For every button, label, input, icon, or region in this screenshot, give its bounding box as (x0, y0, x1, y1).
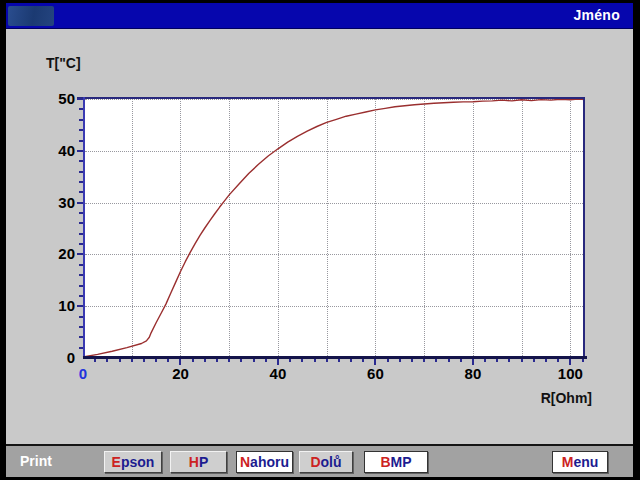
x-tick (557, 359, 559, 362)
y-tick (79, 191, 83, 193)
button-label: MP (391, 454, 412, 470)
y-tick (79, 233, 83, 235)
x-tick-label: 60 (367, 365, 384, 382)
x-tick (423, 359, 425, 362)
x-tick (301, 359, 303, 362)
x-tick (387, 359, 389, 362)
y-tick-label: 40 (35, 142, 75, 159)
plot-frame-right (583, 97, 585, 358)
y-tick-label: 30 (35, 194, 75, 211)
x-tick-label: 80 (465, 365, 482, 382)
x-tick (314, 359, 316, 362)
x-tick (289, 359, 291, 362)
x-tick-label: 40 (270, 365, 287, 382)
x-tick (508, 359, 510, 362)
button-hp[interactable]: HP (170, 451, 227, 473)
y-tick (79, 347, 83, 349)
button-label: enu (573, 454, 598, 470)
titlebar-name-label: Jméno (573, 7, 620, 23)
x-tick (338, 359, 340, 362)
plot-area: 01020304050020406080100 (83, 97, 585, 358)
y-axis-line (83, 97, 85, 358)
x-tick (399, 359, 401, 362)
y-tick (79, 326, 83, 328)
y-tick (79, 316, 83, 318)
y-tick (79, 212, 83, 214)
y-axis-title: T["C] (46, 55, 81, 71)
button-hotkey-letter: B (380, 454, 390, 470)
y-tick (79, 295, 83, 297)
button-menu[interactable]: Menu (552, 451, 608, 473)
x-tick (216, 359, 218, 362)
y-tick (79, 264, 83, 266)
y-tick (79, 222, 83, 224)
footer-bar: Print EpsonHPNahoruDolůBMPMenu (6, 446, 633, 477)
x-tick (448, 359, 450, 362)
y-tick (77, 150, 83, 152)
y-tick-label: 0 (35, 349, 75, 366)
y-tick (79, 285, 83, 287)
y-tick (79, 181, 83, 183)
y-tick-label: 50 (35, 90, 75, 107)
x-tick (204, 359, 206, 362)
button-label: P (199, 454, 208, 470)
x-tick (253, 359, 255, 362)
chart-panel: T["C] 01020304050020406080100 R[Ohm] (6, 29, 633, 444)
x-tick (411, 359, 413, 362)
x-tick-label: 0 (79, 365, 87, 382)
x-tick (533, 359, 535, 362)
button-nahoru[interactable]: Nahoru (236, 451, 293, 473)
title-bar: Jméno (6, 3, 633, 29)
button-label: ahoru (250, 454, 289, 470)
button-hotkey-letter: N (240, 454, 250, 470)
y-tick (79, 336, 83, 338)
x-tick (484, 359, 486, 362)
app-logo (8, 6, 54, 26)
button-hotkey-letter: E (112, 454, 121, 470)
y-tick (77, 98, 83, 100)
x-tick (435, 359, 437, 362)
button-label: olů (321, 454, 342, 470)
y-tick (79, 108, 83, 110)
button-hotkey-letter: M (562, 454, 574, 470)
x-tick (496, 359, 498, 362)
x-tick (545, 359, 547, 362)
y-tick (77, 202, 83, 204)
y-tick (79, 171, 83, 173)
button-bmp[interactable]: BMP (364, 451, 428, 473)
y-tick-label: 20 (35, 245, 75, 262)
x-tick (106, 359, 108, 362)
x-tick (326, 359, 328, 362)
y-tick (79, 274, 83, 276)
x-axis-title: R[Ohm] (486, 390, 592, 406)
y-tick (77, 305, 83, 307)
button-hotkey-letter: H (189, 454, 199, 470)
x-tick (131, 359, 133, 362)
y-tick (79, 129, 83, 131)
temperature-curve (83, 97, 585, 358)
x-tick-label: 20 (172, 365, 189, 382)
x-tick (143, 359, 145, 362)
x-tick (167, 359, 169, 362)
x-axis-line (83, 356, 587, 359)
x-tick (228, 359, 230, 362)
y-tick (79, 119, 83, 121)
button-label: pson (121, 454, 154, 470)
x-tick (521, 359, 523, 362)
y-tick (77, 253, 83, 255)
x-tick (240, 359, 242, 362)
button-epson[interactable]: Epson (104, 451, 162, 473)
x-tick (265, 359, 267, 362)
y-tick (79, 243, 83, 245)
print-label: Print (20, 453, 52, 469)
x-tick (362, 359, 364, 362)
plot-frame-top (77, 97, 585, 99)
x-tick (460, 359, 462, 362)
y-tick (79, 160, 83, 162)
x-tick (119, 359, 121, 362)
button-dolu[interactable]: Dolů (299, 451, 353, 473)
y-tick-label: 10 (35, 297, 75, 314)
x-tick (350, 359, 352, 362)
x-tick (94, 359, 96, 362)
x-tick (582, 359, 584, 362)
